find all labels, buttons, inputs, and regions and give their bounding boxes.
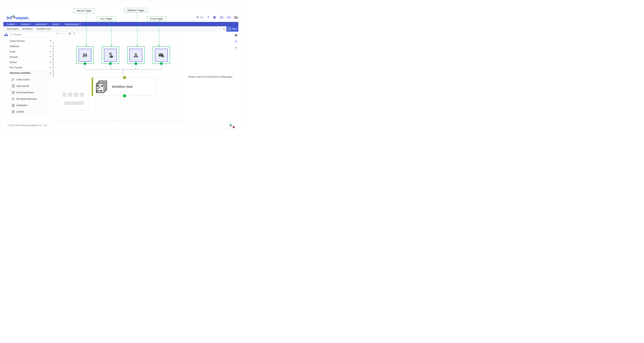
category-label: Infoveave Activities	[10, 72, 30, 74]
help-button[interactable]	[206, 16, 210, 19]
nav-label: Administration	[65, 23, 79, 26]
zoom-in-button[interactable]: +	[61, 32, 62, 35]
crumb-separator: ›	[20, 28, 21, 30]
close-button[interactable]	[234, 46, 238, 50]
logo-icon	[12, 15, 16, 19]
category-extract[interactable]: Extract	[9, 60, 54, 65]
canvas-wrap: ⇔ + – ▦ ☰	[55, 32, 181, 122]
svg-rect-12	[12, 111, 14, 113]
nav-label: Analysis	[21, 23, 29, 26]
scipyr-icon	[12, 110, 15, 113]
nav-analysis[interactable]: Analysis	[21, 23, 31, 26]
save-button[interactable]: Save	[226, 26, 238, 32]
question-icon	[206, 16, 210, 19]
loading-button[interactable]	[217, 26, 222, 32]
notifications-button[interactable]: 537	[196, 16, 204, 19]
workflow-canvas[interactable]: Workflow Start	[55, 33, 181, 122]
svg-point-0	[208, 18, 208, 19]
category-cloud-services[interactable]: Cloud Services	[9, 38, 54, 44]
checklist-icon	[234, 40, 238, 43]
activity-button[interactable]	[227, 16, 231, 19]
spinner-icon	[218, 28, 221, 30]
qa-icon: QA	[234, 16, 238, 19]
activity-data-upload[interactable]: Data Upload	[11, 83, 54, 89]
svg-text:Q: Q	[235, 17, 236, 19]
list-button[interactable]: ☰	[73, 32, 76, 35]
activity-label: ML Model Execution	[16, 98, 37, 100]
svg-text:A: A	[238, 17, 238, 19]
nav-label: Insights	[7, 23, 15, 26]
shape-triangle-icon[interactable]	[5, 32, 8, 34]
category-label: Database	[10, 45, 19, 48]
category-file-transfer[interactable]: File Transfer	[9, 65, 54, 70]
category-database[interactable]: Database	[9, 44, 54, 49]
crumb-separator: ›	[34, 28, 35, 30]
nav-label: Automation	[35, 23, 46, 26]
close-icon	[234, 46, 238, 49]
crumb-current: Workflow Test	[36, 28, 50, 30]
activity-clean-cache[interactable]: Clean Cache	[11, 76, 54, 83]
chevron-down-icon	[50, 62, 51, 63]
activity-notification[interactable]: Notification	[11, 102, 54, 109]
category-infoveave-activities[interactable]: Infoveave Activities	[9, 70, 54, 76]
callout-webhook: Webhook Trigger	[124, 8, 148, 13]
navbar: Insights Analysis Automation Studio Admi…	[4, 22, 238, 26]
activity-download-report[interactable]: Download Report	[11, 89, 54, 96]
library-button[interactable]	[213, 16, 216, 19]
activity-label: Notification	[16, 104, 28, 107]
chevron-down-icon	[50, 51, 51, 52]
activity-scipyr[interactable]: SciPyR	[11, 109, 54, 115]
fit-button[interactable]: ⇔	[56, 32, 58, 35]
activity-ml-model[interactable]: ML Model Execution	[11, 96, 54, 102]
grid-button[interactable]: ▦	[69, 32, 71, 35]
category-email[interactable]: Email	[9, 49, 54, 54]
nav-administration[interactable]: Administration	[65, 23, 81, 26]
category-label: File Transfer	[10, 66, 22, 69]
upload-icon	[12, 84, 15, 88]
category-execute[interactable]: Execute	[9, 54, 54, 60]
svg-rect-2	[214, 16, 215, 19]
activity-palette: Cloud Services Database Email Execute Ex…	[9, 32, 54, 122]
logo-text-1: Inf	[6, 15, 12, 21]
nav-automation[interactable]: Automation	[35, 23, 48, 26]
palette-scrollbar[interactable]	[53, 41, 54, 77]
nav-studio[interactable]: Studio	[52, 23, 61, 26]
chevron-down-icon	[50, 67, 51, 68]
chevron-down-icon	[50, 57, 51, 58]
crumb-automation[interactable]: Automation	[7, 28, 18, 30]
qa-button[interactable]: QA	[234, 16, 238, 19]
breadcrumb-row: Automation › Workflows › Workflow Test S…	[4, 26, 238, 32]
callout-manual: Manual Trigger	[74, 8, 94, 13]
category-label: Email	[10, 50, 15, 53]
callout-label: Manual Trigger	[76, 9, 92, 12]
category-label: Extract	[10, 61, 17, 64]
nav-insights[interactable]: Insights	[7, 23, 17, 26]
activity-label: Data Upload	[16, 85, 29, 87]
notifications-count: 537	[200, 16, 204, 19]
download-report-icon	[12, 91, 15, 94]
config-placeholder: Please select the activity for configura…	[188, 75, 232, 78]
search-icon	[10, 33, 13, 36]
zoom-out-button[interactable]: –	[65, 32, 66, 35]
shape-pair-icon[interactable]	[4, 35, 8, 36]
monitor-button[interactable]	[219, 16, 224, 19]
bug-icon[interactable]: 🐞	[232, 126, 235, 128]
chevron-down-icon	[50, 46, 51, 47]
checklist-button[interactable]	[234, 39, 238, 44]
search-input[interactable]	[9, 32, 54, 37]
settings-button[interactable]	[234, 33, 238, 38]
history-icon	[223, 28, 226, 30]
gear-icon	[234, 34, 238, 37]
canvas-toolbar: ⇔ + – ▦ ☰	[56, 32, 76, 35]
history-button[interactable]	[222, 26, 226, 32]
svg-rect-10	[12, 104, 14, 107]
crumb-workflows[interactable]: Workflows	[22, 28, 33, 30]
brain-icon	[12, 97, 15, 101]
config-panel: Please select the activity for configura…	[182, 32, 238, 122]
svg-rect-3	[215, 16, 216, 19]
bell-icon	[196, 16, 199, 19]
sparkle-icon	[12, 78, 15, 81]
activity-label: Download Report	[16, 91, 34, 94]
footer: © 2013-2024 Noesys Software Pvt. Ltd. 🐞	[4, 122, 238, 129]
activity-icon	[228, 17, 230, 19]
